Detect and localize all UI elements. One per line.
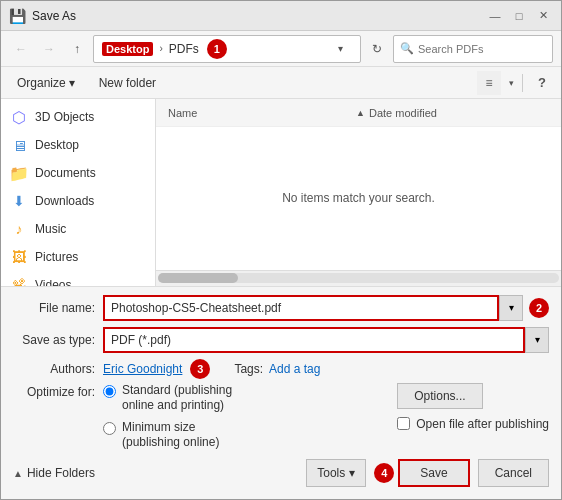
toolbar-separator	[522, 74, 523, 92]
view-arrow-icon: ▾	[509, 78, 514, 88]
maximize-button[interactable]: □	[509, 6, 529, 26]
hide-folders-button[interactable]: ▲ Hide Folders	[13, 466, 95, 480]
filename-label: File name:	[13, 301, 103, 315]
back-button[interactable]: ←	[9, 37, 33, 61]
filetype-label: Save as type:	[13, 333, 103, 347]
open-after-label: Open file after publishing	[416, 417, 549, 431]
close-button[interactable]: ✕	[533, 6, 553, 26]
no-items-message: No items match your search.	[282, 191, 435, 205]
sidebar-item-label: Videos	[35, 278, 71, 286]
minimum-radio[interactable]	[103, 422, 116, 435]
right-panel: Options... Open file after publishing	[385, 383, 549, 431]
save-button[interactable]: Save	[398, 459, 469, 487]
minimize-button[interactable]: —	[485, 6, 505, 26]
action-row: ▲ Hide Folders Tools ▾ 4 Save Cancel	[13, 451, 549, 491]
open-after-checkbox[interactable]	[397, 417, 410, 430]
sidebar-item-label: Documents	[35, 166, 96, 180]
options-button[interactable]: Options...	[397, 383, 482, 409]
minimum-option: Minimum size (publishing online)	[103, 420, 232, 451]
help-button[interactable]: ?	[531, 72, 553, 94]
standard-radio[interactable]	[103, 385, 116, 398]
annotation-badge-3: 3	[190, 359, 210, 379]
optimize-options-row: Optimize for: Standard (publishing onlin…	[13, 383, 549, 451]
filetype-input-container: ▾	[103, 327, 549, 353]
dialog-icon: 💾	[9, 8, 26, 24]
downloads-icon: ⬇	[9, 191, 29, 211]
authors-tags-row: Authors: Eric Goodnight 3 Tags: Add a ta…	[13, 359, 549, 379]
optimize-options: Standard (publishing online and printing…	[103, 383, 232, 451]
col-name-header: Name	[168, 107, 356, 119]
hide-folders-label: Hide Folders	[27, 466, 95, 480]
tags-placeholder[interactable]: Add a tag	[269, 362, 320, 376]
col-date-header: Date modified	[369, 107, 549, 119]
sidebar-item-label: Pictures	[35, 250, 78, 264]
search-icon: 🔍	[400, 42, 414, 55]
file-list: No items match your search.	[156, 127, 561, 270]
column-header: Name ▲ Date modified	[156, 99, 561, 127]
forward-button[interactable]: →	[37, 37, 61, 61]
annotation-badge-2: 2	[529, 298, 549, 318]
content-area: ⬡ 3D Objects 🖥 Desktop 📁 Documents ⬇ Dow…	[1, 99, 561, 286]
filename-input-container: ▾	[103, 295, 523, 321]
sidebar-item-pictures[interactable]: 🖼 Pictures	[1, 243, 155, 271]
optimize-label: Optimize for:	[13, 383, 103, 399]
minimum-label: Minimum size (publishing online)	[122, 420, 219, 451]
sidebar-item-label: Music	[35, 222, 66, 236]
optimize-section: Optimize for: Standard (publishing onlin…	[13, 383, 232, 451]
new-folder-label: New folder	[99, 76, 156, 90]
pictures-icon: 🖼	[9, 247, 29, 267]
up-button[interactable]: ↑	[65, 37, 89, 61]
sidebar-item-videos[interactable]: 📽 Videos	[1, 271, 155, 286]
annotation-badge-4: 4	[374, 463, 394, 483]
sidebar-item-downloads[interactable]: ⬇ Downloads	[1, 187, 155, 215]
address-dropdown-arrow[interactable]: ▾	[328, 37, 352, 61]
tools-button[interactable]: Tools ▾	[306, 459, 366, 487]
organize-button[interactable]: Organize ▾	[9, 71, 83, 95]
sidebar-item-music[interactable]: ♪ Music	[1, 215, 155, 243]
scroll-track	[158, 273, 559, 283]
breadcrumb-arrow: ›	[159, 43, 162, 54]
authors-label: Authors:	[13, 362, 103, 376]
filename-dropdown-arrow[interactable]: ▾	[499, 295, 523, 321]
tools-arrow-icon: ▾	[349, 466, 355, 480]
open-after-row: Open file after publishing	[397, 417, 549, 431]
documents-icon: 📁	[9, 163, 29, 183]
sidebar-item-label: Desktop	[35, 138, 79, 152]
sidebar-item-documents[interactable]: 📁 Documents	[1, 159, 155, 187]
filetype-dropdown-arrow[interactable]: ▾	[525, 327, 549, 353]
nav-bar: ← → ↑ Desktop › PDFs 1 ▾ ↻ 🔍	[1, 31, 561, 67]
music-icon: ♪	[9, 219, 29, 239]
bottom-section: File name: ▾ 2 Save as type: ▾ Authors: …	[1, 286, 561, 499]
address-prefix: Desktop	[102, 42, 153, 56]
save-button-container: 4 Save	[374, 459, 469, 487]
search-bar: 🔍	[393, 35, 553, 63]
address-bar[interactable]: Desktop › PDFs 1 ▾	[93, 35, 361, 63]
desktop-icon: 🖥	[9, 135, 29, 155]
videos-icon: 📽	[9, 275, 29, 286]
save-as-dialog: 💾 Save As — □ ✕ ← → ↑ Desktop › PDFs 1 ▾…	[0, 0, 562, 500]
filetype-row: Save as type: ▾	[13, 327, 549, 353]
horizontal-scrollbar[interactable]	[156, 270, 561, 286]
tools-label: Tools	[317, 466, 345, 480]
cancel-button[interactable]: Cancel	[478, 459, 549, 487]
toolbar: Organize ▾ New folder ≡ ▾ ?	[1, 67, 561, 99]
tags-label: Tags:	[234, 362, 263, 376]
3dobjects-icon: ⬡	[9, 107, 29, 127]
filetype-input[interactable]	[103, 327, 525, 353]
view-icon[interactable]: ≡	[477, 71, 501, 95]
annotation-badge-1: 1	[207, 39, 227, 59]
new-folder-button[interactable]: New folder	[91, 71, 164, 95]
sidebar-item-label: Downloads	[35, 194, 94, 208]
hide-folders-arrow-icon: ▲	[13, 468, 23, 479]
scroll-thumb[interactable]	[158, 273, 238, 283]
authors-value[interactable]: Eric Goodnight	[103, 362, 182, 376]
standard-label: Standard (publishing online and printing…	[122, 383, 232, 414]
filename-input[interactable]	[103, 295, 499, 321]
sidebar-item-3dobjects[interactable]: ⬡ 3D Objects	[1, 103, 155, 131]
sidebar-item-desktop[interactable]: 🖥 Desktop	[1, 131, 155, 159]
refresh-button[interactable]: ↻	[365, 37, 389, 61]
search-input[interactable]	[418, 43, 546, 55]
sidebar: ⬡ 3D Objects 🖥 Desktop 📁 Documents ⬇ Dow…	[1, 99, 156, 286]
organize-label: Organize	[17, 76, 66, 90]
dialog-title: Save As	[32, 9, 485, 23]
